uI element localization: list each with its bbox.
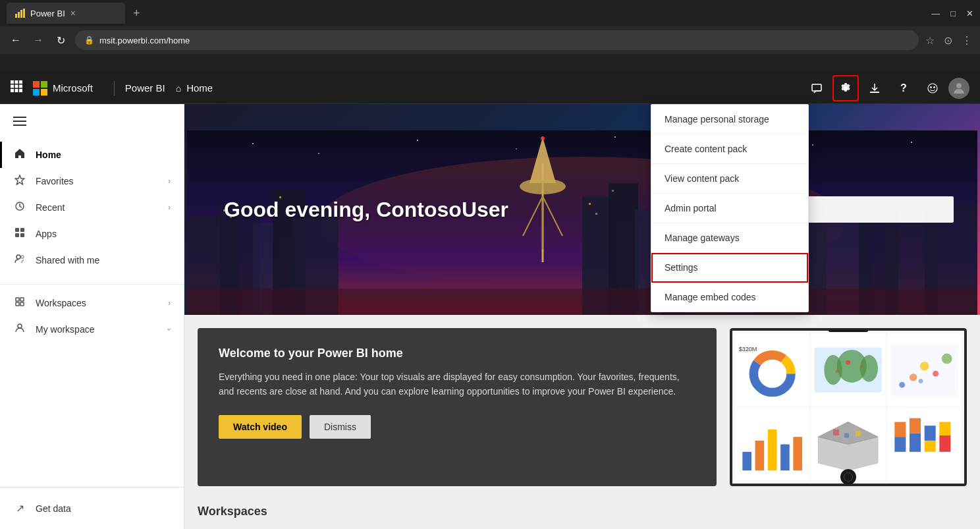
window-maximize-button[interactable]: □ bbox=[950, 9, 956, 18]
svg-rect-109 bbox=[924, 441, 935, 452]
sidebar-divider bbox=[0, 284, 184, 285]
svg-rect-7 bbox=[11, 85, 14, 88]
svg-rect-12 bbox=[19, 89, 22, 92]
svg-rect-8 bbox=[15, 85, 18, 88]
sidebar-section-gap bbox=[0, 273, 184, 279]
sidebar-shared-label: Shared with me bbox=[36, 255, 171, 265]
welcome-title: Welcome to your Power BI home bbox=[219, 347, 695, 360]
download-button[interactable] bbox=[861, 75, 888, 101]
dropdown-item-manage-embed[interactable]: Manage embed codes bbox=[651, 283, 808, 312]
mini-chart-1: $320M bbox=[735, 333, 809, 406]
svg-point-39 bbox=[614, 136, 616, 138]
svg-point-15 bbox=[931, 86, 932, 88]
mini-chart-4 bbox=[735, 408, 809, 481]
sidebar-item-getdata[interactable]: ↗ Get data bbox=[0, 495, 184, 521]
watch-video-button[interactable]: Watch video bbox=[219, 415, 302, 439]
myworkspace-icon bbox=[13, 323, 26, 336]
myworkspace-chevron-icon: › bbox=[165, 328, 174, 331]
svg-point-36 bbox=[318, 153, 319, 154]
dropdown-item-manage-storage[interactable]: Manage personal storage bbox=[651, 105, 808, 134]
svg-rect-98 bbox=[780, 445, 790, 471]
svg-point-84 bbox=[860, 355, 878, 382]
svg-rect-30 bbox=[20, 298, 24, 301]
sidebar-apps-label: Apps bbox=[36, 229, 171, 239]
sidebar-item-home[interactable]: Home bbox=[0, 142, 184, 168]
app-bar-actions: ? bbox=[803, 75, 969, 101]
sidebar-workspaces-label: Workspaces bbox=[36, 298, 159, 308]
browser-tab[interactable]: Power BI × bbox=[7, 3, 125, 24]
svg-rect-29 bbox=[16, 298, 19, 301]
dropdown-item-manage-gateways[interactable]: Manage gateways bbox=[651, 223, 808, 253]
mini-dashboard-grid: $320M bbox=[730, 328, 967, 486]
svg-rect-103 bbox=[844, 433, 849, 438]
bookmark-icon[interactable]: ☆ bbox=[925, 34, 935, 47]
sidebar-bottom: ↗ Get data bbox=[0, 487, 184, 529]
sidebar-favorites-label: Favorites bbox=[36, 176, 159, 186]
brand-divider bbox=[114, 81, 115, 96]
url-bar[interactable]: 🔒 msit.powerbi.com/home bbox=[75, 30, 919, 50]
svg-rect-31 bbox=[16, 302, 19, 306]
sidebar-item-shared[interactable]: Shared with me bbox=[0, 247, 184, 273]
tab-close-button[interactable]: × bbox=[70, 8, 76, 18]
svg-point-89 bbox=[899, 382, 905, 388]
getdata-icon: ↗ bbox=[13, 502, 26, 515]
waffle-menu-icon[interactable] bbox=[11, 80, 22, 96]
more-options-icon[interactable]: ⋮ bbox=[962, 34, 972, 47]
nav-forward-button[interactable]: → bbox=[30, 34, 46, 46]
app-bar: Microsoft Power BI ⌂ Home ? bbox=[0, 72, 980, 104]
svg-point-41 bbox=[812, 144, 813, 146]
sidebar-item-workspaces[interactable]: Workspaces › bbox=[0, 290, 184, 316]
content-area: Good evening, ContosoUser Welcome to you… bbox=[184, 104, 980, 529]
welcome-body: Everything you need in one place: Your t… bbox=[219, 370, 695, 399]
svg-rect-3 bbox=[23, 9, 25, 18]
svg-rect-25 bbox=[15, 233, 19, 237]
sidebar-recent-label: Recent bbox=[36, 202, 159, 213]
svg-rect-0 bbox=[15, 14, 17, 18]
dropdown-item-admin-portal[interactable]: Admin portal bbox=[651, 194, 808, 223]
dashboard-preview: $320M bbox=[730, 328, 967, 486]
dropdown-item-settings[interactable]: Settings bbox=[651, 253, 808, 283]
tablet-home-btn bbox=[840, 469, 856, 485]
profile-icon[interactable]: ⊙ bbox=[944, 34, 952, 47]
feedback-button[interactable] bbox=[803, 75, 830, 101]
dropdown-item-view-content[interactable]: View content pack bbox=[651, 164, 808, 194]
tablet-topbar bbox=[829, 329, 868, 332]
sidebar-getdata-label: Get data bbox=[36, 503, 171, 514]
sidebar-item-myworkspace[interactable]: My workspace › bbox=[0, 316, 184, 343]
svg-point-27 bbox=[16, 255, 20, 259]
welcome-section: Welcome to your Power BI home Everything… bbox=[184, 315, 980, 486]
face-icon[interactable] bbox=[919, 75, 946, 101]
settings-button[interactable] bbox=[832, 75, 859, 101]
help-button[interactable]: ? bbox=[890, 75, 917, 101]
settings-dropdown: Manage personal storage Create content p… bbox=[651, 104, 809, 312]
svg-point-92 bbox=[933, 371, 939, 377]
dismiss-button[interactable]: Dismiss bbox=[310, 415, 371, 439]
svg-point-42 bbox=[911, 142, 912, 143]
svg-point-51 bbox=[520, 179, 566, 194]
welcome-buttons: Watch video Dismiss bbox=[219, 415, 695, 439]
sidebar-home-label: Home bbox=[36, 150, 171, 160]
sidebar-toggle-button[interactable] bbox=[0, 104, 184, 142]
svg-rect-96 bbox=[755, 441, 765, 470]
svg-rect-13 bbox=[812, 84, 821, 91]
window-controls: — □ ✕ bbox=[931, 9, 973, 18]
sidebar-item-apps[interactable]: Apps bbox=[0, 221, 184, 247]
svg-rect-97 bbox=[768, 430, 777, 470]
browser-chrome: Power BI × + — □ ✕ ← → ↻ 🔒 msit.powerbi.… bbox=[0, 0, 980, 72]
nav-back-button[interactable]: ← bbox=[8, 34, 24, 46]
user-avatar[interactable] bbox=[948, 78, 969, 99]
new-tab-button[interactable]: + bbox=[133, 7, 140, 20]
sidebar-item-recent[interactable]: Recent › bbox=[0, 194, 184, 221]
page-title: Home bbox=[186, 82, 213, 94]
workspaces-section-title: Workspaces bbox=[198, 505, 967, 518]
home-icon-appbar: ⌂ bbox=[176, 83, 181, 94]
dropdown-item-create-content[interactable]: Create content pack bbox=[651, 134, 808, 164]
window-minimize-button[interactable]: — bbox=[931, 9, 940, 18]
nav-refresh-button[interactable]: ↻ bbox=[53, 34, 68, 47]
favorites-icon bbox=[13, 175, 26, 188]
svg-rect-95 bbox=[742, 452, 751, 470]
window-close-button[interactable]: ✕ bbox=[966, 9, 973, 18]
svg-point-16 bbox=[934, 86, 935, 88]
sidebar-item-favorites[interactable]: Favorites › bbox=[0, 168, 184, 194]
svg-point-38 bbox=[516, 148, 517, 150]
